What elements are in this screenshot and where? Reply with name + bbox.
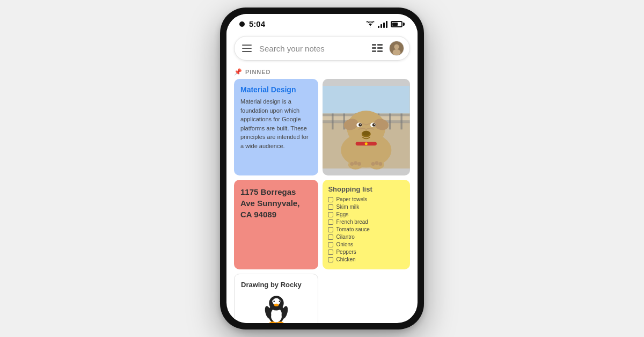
status-bar-left: 5:04 [239, 19, 265, 28]
status-bar: 5:04 [226, 14, 418, 32]
svg-point-34 [365, 142, 368, 145]
list-item: Skim milk [328, 204, 405, 210]
svg-point-7 [394, 45, 399, 49]
phone-device: 5:04 [220, 8, 424, 329]
camera-dot [239, 21, 245, 27]
status-icons [366, 20, 405, 28]
item-text: Chicken [336, 257, 355, 262]
item-text: Onions [336, 241, 353, 247]
battery-icon [391, 21, 405, 27]
list-item: Tomato sauce [328, 226, 405, 232]
svg-rect-3 [377, 47, 383, 49]
notes-grid: Material Design Material design is a fou… [226, 79, 418, 323]
material-design-body: Material design is a foundation upon whi… [240, 97, 312, 150]
svg-point-28 [372, 123, 376, 127]
penguin-drawing [241, 293, 311, 323]
address-note[interactable]: 1175 Borregas Ave Sunnyvale, CA 94089 [234, 180, 318, 269]
svg-point-42 [379, 162, 383, 166]
notes-row-1: Material Design Material design is a fou… [234, 79, 410, 175]
dog-photo-svg [323, 79, 410, 175]
checkbox[interactable] [328, 227, 333, 232]
user-avatar[interactable] [389, 41, 404, 56]
checkbox[interactable] [328, 235, 333, 240]
svg-point-32 [363, 131, 370, 136]
item-text: Tomato sauce [336, 226, 369, 232]
checkbox[interactable] [328, 197, 333, 202]
item-text: French bread [336, 219, 368, 225]
list-item: Eggs [328, 211, 405, 217]
layout-toggle-icon[interactable] [370, 41, 385, 56]
checkbox[interactable] [328, 219, 333, 225]
list-item: Onions [328, 241, 405, 247]
dog-image [323, 79, 410, 175]
material-design-note[interactable]: Material Design Material design is a fou… [234, 79, 318, 175]
pin-icon: 📌 [234, 68, 242, 76]
list-item: Peppers [328, 249, 405, 255]
pinned-section-label: 📌 PINNED [226, 66, 418, 79]
svg-rect-4 [372, 50, 376, 52]
svg-point-50 [279, 301, 280, 302]
svg-rect-20 [323, 86, 410, 113]
pinned-text: PINNED [245, 69, 271, 75]
avatar-image [390, 41, 404, 56]
svg-rect-0 [372, 44, 376, 46]
notes-row-2: 1175 Borregas Ave Sunnyvale, CA 94089 Sh… [234, 180, 410, 269]
svg-rect-13 [332, 111, 334, 129]
material-design-title: Material Design [240, 85, 312, 94]
dog-photo-note[interactable] [323, 79, 410, 175]
drawing-title: Drawing by Rocky [241, 281, 311, 289]
grid-view-icon [372, 44, 383, 53]
item-text: Eggs [336, 211, 348, 217]
item-text: Paper towels [336, 196, 367, 202]
svg-rect-1 [377, 44, 383, 46]
shopping-list-note[interactable]: Shopping list Paper towels Skim milk [323, 180, 410, 269]
item-text: Cilantro [336, 234, 354, 240]
status-time: 5:04 [249, 19, 265, 28]
shopping-list-title: Shopping list [328, 185, 405, 193]
item-text: Skim milk [336, 204, 359, 210]
svg-point-51 [274, 304, 279, 306]
drawing-note[interactable]: Drawing by Rocky [234, 274, 318, 323]
wifi-icon [366, 21, 375, 27]
address-text: 1175 Borregas Ave Sunnyvale, CA 94089 [240, 186, 312, 220]
svg-point-27 [359, 123, 362, 127]
checkbox[interactable] [328, 242, 333, 247]
search-bar-actions [370, 41, 404, 56]
svg-point-40 [371, 162, 375, 166]
svg-point-30 [374, 124, 375, 125]
checkbox[interactable] [328, 204, 333, 210]
svg-rect-2 [372, 47, 376, 49]
item-text: Peppers [336, 249, 356, 255]
svg-point-8 [393, 49, 401, 55]
svg-rect-5 [377, 50, 383, 52]
svg-point-41 [375, 161, 379, 165]
search-bar-container: Search your notes [226, 32, 418, 66]
menu-icon[interactable] [240, 43, 254, 53]
phone-screen: 5:04 [226, 14, 418, 323]
svg-point-37 [350, 162, 354, 166]
svg-rect-19 [401, 111, 402, 129]
svg-point-38 [354, 161, 358, 165]
notes-row-3: Drawing by Rocky [234, 274, 410, 323]
checkbox[interactable] [328, 250, 333, 255]
svg-point-29 [361, 124, 362, 125]
checkbox[interactable] [328, 212, 333, 217]
svg-point-49 [273, 301, 275, 302]
search-placeholder[interactable]: Search your notes [259, 44, 364, 53]
checkbox[interactable] [328, 257, 333, 262]
signal-icon [378, 20, 387, 28]
svg-point-39 [357, 162, 361, 166]
list-item: Chicken [328, 257, 405, 262]
list-item: French bread [328, 219, 405, 225]
search-bar[interactable]: Search your notes [234, 36, 410, 61]
penguin-svg [260, 293, 292, 323]
shopping-list-items: Paper towels Skim milk Eggs French [328, 196, 405, 262]
list-item: Paper towels [328, 196, 405, 202]
list-item: Cilantro [328, 234, 405, 240]
svg-rect-18 [389, 111, 391, 129]
